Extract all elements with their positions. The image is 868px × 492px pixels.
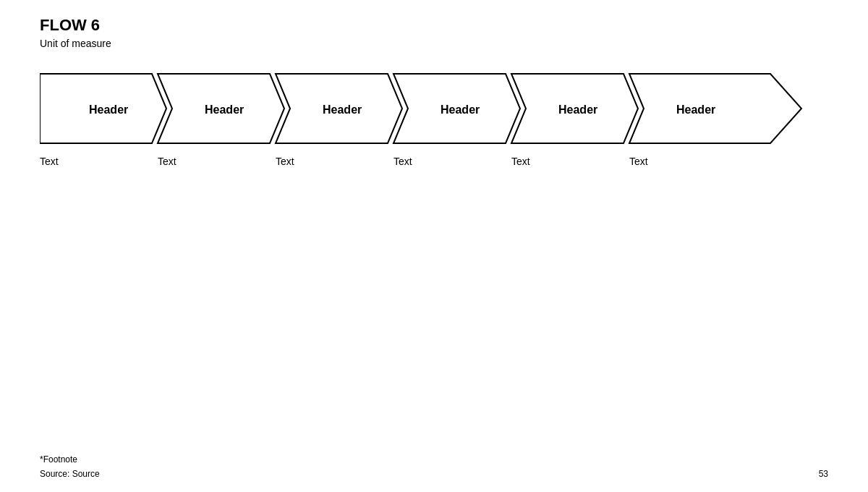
flow-diagram: Header Header Header Header Header Heade… (40, 72, 832, 145)
page-title: FLOW 6 (40, 16, 100, 35)
svg-text:Header: Header (676, 103, 715, 116)
footnote: *Footnote (40, 454, 77, 465)
svg-text:Header: Header (89, 103, 128, 116)
text-cell-6: Text (629, 156, 747, 167)
svg-text:Header: Header (323, 103, 362, 116)
text-cell-5: Text (511, 156, 629, 167)
svg-text:Header: Header (558, 103, 597, 116)
text-cell-1: Text (40, 156, 158, 167)
page-subtitle: Unit of measure (40, 38, 111, 49)
text-cell-3: Text (276, 156, 393, 167)
page-number: 53 (819, 469, 828, 479)
source-label: Source: Source (40, 469, 100, 479)
text-cell-4: Text (393, 156, 511, 167)
text-cell-2: Text (158, 156, 276, 167)
text-row: Text Text Text Text Text Text (40, 156, 832, 167)
svg-text:Header: Header (441, 103, 480, 116)
svg-text:Header: Header (205, 103, 244, 116)
